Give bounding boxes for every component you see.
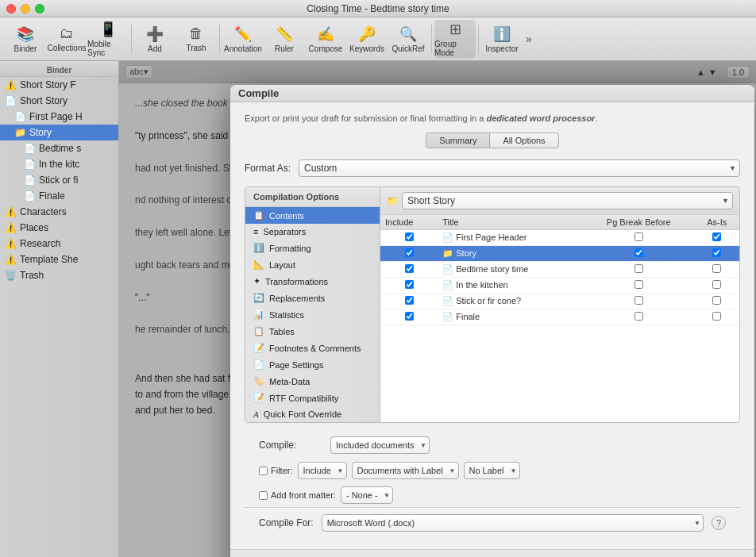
compile-select[interactable]: Included documents (330, 436, 430, 454)
sidebar-item-research[interactable]: ⚠️ Research (0, 236, 118, 252)
nav-replacements[interactable]: 🔄 Replacements (245, 290, 380, 306)
pg-break-checkbox-4[interactable] (634, 280, 643, 289)
maximize-button[interactable] (35, 4, 44, 13)
close-button[interactable] (6, 4, 16, 13)
nav-meta-data[interactable]: 🏷️ Meta-Data (245, 373, 380, 390)
quickref-icon: 🔍 (399, 25, 417, 43)
nav-separators[interactable]: ≡ Separators (245, 224, 380, 240)
add-front-checkbox[interactable] (259, 491, 268, 500)
compose-button[interactable]: ✍️ Compose (305, 20, 346, 58)
filter-include-select[interactable]: Include (298, 462, 347, 479)
add-button[interactable]: ➕ Add (134, 20, 176, 58)
filter-checkbox[interactable] (259, 467, 268, 475)
compile-row: Compile: Included documents ▼ (245, 432, 740, 458)
compile-left-nav: Compilation Options 📋 Contents ≡ Separat… (245, 187, 380, 422)
mobile-sync-button[interactable]: 📱 Mobile Sync (87, 20, 129, 58)
sidebar-item-characters[interactable]: ⚠️ Characters (0, 204, 118, 220)
nav-formatting[interactable]: ℹ️ Formatting (245, 240, 380, 256)
annotation-button[interactable]: ✏️ Annotation (222, 20, 264, 58)
layout-icon: 📐 (253, 259, 264, 270)
sidebar-item-label: Template She (20, 254, 78, 265)
include-checkbox-1[interactable] (405, 232, 414, 241)
nav-layout[interactable]: 📐 Layout (245, 256, 380, 273)
pg-break-checkbox-2[interactable] (634, 248, 643, 257)
collections-button[interactable]: 🗂 Collections (46, 20, 87, 58)
sidebar-item-short-story[interactable]: 📄 Short Story (0, 93, 118, 109)
pg-break-checkbox-1[interactable] (634, 232, 643, 241)
sidebar-item-finale[interactable]: 📄 Finale (0, 188, 118, 204)
nav-footnotes[interactable]: 📝 Footnotes & Comments (245, 340, 380, 356)
as-is-checkbox-5[interactable] (712, 296, 721, 305)
help-button[interactable]: ? (712, 516, 726, 530)
as-is-checkbox-2[interactable] (712, 248, 721, 257)
include-checkbox-4[interactable] (405, 280, 414, 289)
format-as-label: Format As: (245, 163, 291, 174)
minimize-button[interactable] (21, 4, 30, 13)
sidebar-item-bedtime[interactable]: 📄 Bedtime s (0, 140, 118, 156)
nav-page-settings[interactable]: 📄 Page Settings (245, 356, 380, 373)
sidebar-item-story[interactable]: 📁 Story (0, 125, 118, 140)
sidebar-item-first-page-h[interactable]: 📄 First Page H (0, 109, 118, 125)
toolbar: 📚 Binder 🗂 Collections 📱 Mobile Sync ➕ A… (0, 17, 756, 61)
tab-all-options[interactable]: All Options (490, 133, 558, 148)
inspector-button[interactable]: ℹ️ Inspector (481, 20, 523, 58)
compose-icon: ✍️ (317, 25, 334, 43)
filter-doc-label-select[interactable]: Documents with Label (352, 462, 459, 479)
sidebar-item-kitchen[interactable]: 📄 In the kitc (0, 156, 118, 172)
sidebar-item-template-she[interactable]: ⚠️ Template She (0, 252, 118, 267)
filter-include-wrapper: Include ▼ (298, 462, 347, 479)
nav-label: RTF Compatibility (269, 394, 338, 403)
group-mode-button[interactable]: ⊞ Group Mode (434, 20, 476, 58)
include-checkbox-2[interactable] (405, 248, 414, 257)
filter-label: Filter: (271, 466, 293, 475)
include-checkbox-6[interactable] (405, 312, 414, 321)
compile-for-select[interactable]: Microsoft Word (.docx) (322, 514, 704, 532)
include-header: Include (380, 215, 438, 230)
table-row: 📄 Bedtime story time (380, 262, 739, 278)
ruler-button[interactable]: 📏 Ruler (264, 20, 305, 58)
sidebar-item-trash[interactable]: 🗑️ Trash (0, 267, 118, 283)
collections-label: Collections (48, 44, 87, 52)
story-select[interactable]: Short Story (402, 192, 733, 209)
toolbar-more[interactable]: » (523, 29, 535, 48)
nav-label: Meta-Data (269, 377, 310, 386)
include-checkbox-5[interactable] (405, 296, 414, 305)
binder-button[interactable]: 📚 Binder (5, 20, 46, 58)
separators-icon: ≡ (253, 227, 258, 236)
nav-contents[interactable]: 📋 Contents (245, 207, 380, 224)
as-is-checkbox-3[interactable] (712, 264, 721, 273)
trash-button[interactable]: 🗑 Trash (176, 20, 217, 58)
as-is-checkbox-6[interactable] (712, 312, 721, 321)
as-is-checkbox-1[interactable] (712, 232, 721, 241)
nav-tables[interactable]: 📋 Tables (245, 323, 380, 340)
add-front-select-wrapper: - None - ▼ (341, 486, 393, 504)
sidebar-item-short-story-f[interactable]: ⚠️ Short Story F (0, 77, 118, 93)
add-label: Add (148, 44, 162, 53)
sidebar-item-places[interactable]: ⚠️ Places (0, 220, 118, 236)
quickref-button[interactable]: 🔍 QuickRef (388, 20, 429, 58)
row-icon: 📄 (442, 280, 453, 290)
add-front-select[interactable]: - None - (341, 486, 393, 504)
sidebar-item-label: Trash (20, 270, 44, 281)
nav-rtf[interactable]: 📝 RTF Compatibility (245, 390, 380, 406)
nav-statistics[interactable]: 📊 Statistics (245, 306, 380, 323)
format-as-select[interactable]: Custom (299, 159, 740, 177)
pg-break-checkbox-5[interactable] (634, 296, 643, 305)
warning-icon-5: ⚠️ (5, 254, 17, 265)
sidebar-item-stick-or[interactable]: 📄 Stick or fi (0, 172, 118, 188)
sidebar-item-label: Finale (39, 190, 65, 202)
as-is-checkbox-4[interactable] (712, 280, 721, 289)
annotation-label: Annotation (224, 44, 262, 53)
sidebar-item-label: Characters (20, 206, 67, 217)
nav-quick-font[interactable]: A Quick Font Override (245, 406, 380, 422)
nav-transformations[interactable]: ✦ Transformations (245, 273, 380, 290)
tab-summary[interactable]: Summary (426, 133, 490, 148)
nav-label: Footnotes & Comments (269, 344, 361, 353)
pg-break-checkbox-3[interactable] (634, 264, 643, 273)
warning-icon-2: ⚠️ (5, 206, 17, 217)
include-checkbox-3[interactable] (405, 264, 414, 273)
filter-no-label-select[interactable]: No Label (464, 462, 520, 479)
window-controls[interactable] (0, 4, 44, 13)
keywords-button[interactable]: 🔑 Keywords (346, 20, 388, 58)
pg-break-checkbox-6[interactable] (634, 312, 643, 321)
